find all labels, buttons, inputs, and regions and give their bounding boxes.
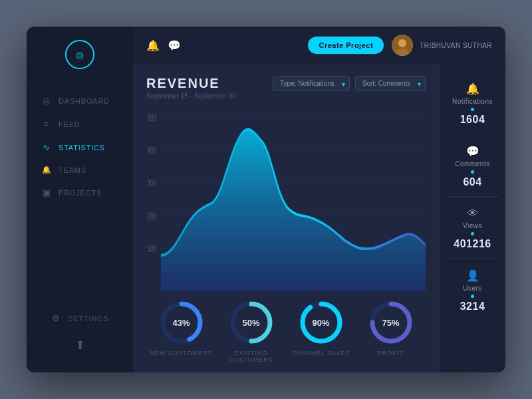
donut-new-customers: 43% [158, 299, 205, 346]
donut-label-existing-customers: 50% [242, 318, 259, 328]
donut-label-profit: 75% [382, 318, 399, 328]
topbar-icons: 🔔 💬 [146, 39, 300, 52]
stat-value-comments: 604 [463, 176, 481, 188]
donut-label-channel-sales: 90% [312, 318, 329, 328]
create-project-button[interactable]: Create Project [308, 37, 384, 54]
stat-icon-users: 👤 [466, 269, 479, 282]
svg-text:200: 200 [148, 211, 156, 221]
sidebar: ⌾ ◎ Dashboard ≡ Feed ∿ Statistics 🔔 Team… [27, 27, 133, 372]
stat-dot-comments [471, 170, 474, 174]
sidebar-item-projects[interactable]: ▣ Projects [27, 181, 133, 204]
chart-section: REVENUE September 15 - September 30 Type… [133, 64, 439, 372]
chart-title: REVENUE [146, 76, 236, 91]
stat-value-notifications: 1604 [460, 114, 485, 126]
chart-wrapper: 500 400 300 200 100 [146, 106, 426, 291]
feed-icon: ≡ [41, 119, 52, 129]
stat-dot-views [471, 232, 474, 235]
dashboard-icon: ◎ [41, 96, 52, 106]
app-container: ⌾ ◎ Dashboard ≡ Feed ∿ Statistics 🔔 Team… [27, 27, 505, 372]
stat-label-comments: Comments [455, 160, 489, 168]
stat-icon-comments: 💬 [466, 145, 479, 158]
user-avatar [392, 35, 413, 56]
share-button[interactable]: ⬆ [75, 338, 85, 352]
metric-name-existing-customers: EXISTING CUSTOMERS [216, 350, 286, 363]
revenue-chart: 500 400 300 200 100 [146, 106, 426, 291]
type-filter-button[interactable]: Type: Notifications [273, 76, 350, 91]
stat-block-views: 👁 Views 401216 [445, 200, 500, 259]
metric-channel-sales: 90% CHANNEL SALES [286, 299, 356, 363]
svg-point-1 [398, 39, 406, 47]
sort-filter-button[interactable]: Sort: Comments [355, 76, 426, 91]
donut-label-new-customers: 43% [172, 318, 190, 328]
user-name-label: TRIBHUVAN SUTHAR [420, 42, 492, 49]
projects-icon: ▣ [41, 188, 52, 198]
settings-icon: ⚙ [51, 313, 61, 323]
stat-label-notifications: Notifications [452, 98, 493, 105]
user-info: TRIBHUVAN SUTHAR [392, 35, 492, 56]
metric-name-channel-sales: CHANNEL SALES [292, 350, 350, 356]
stat-label-views: Views [463, 222, 482, 229]
stat-dot-users [471, 295, 474, 298]
sidebar-item-teams[interactable]: 🔔 Teams [27, 159, 133, 181]
svg-text:300: 300 [148, 178, 156, 188]
donut-profit: 75% [368, 299, 414, 346]
svg-text:500: 500 [148, 112, 156, 122]
teams-icon: 🔔 [41, 166, 52, 174]
chart-header: REVENUE September 15 - September 30 Type… [146, 76, 426, 100]
stat-icon-notifications: 🔔 [466, 82, 479, 95]
metric-name-new-customers: NEW CUSTOMERS [150, 350, 213, 356]
metrics-row: 43% NEW CUSTOMERS 50% EXISTING CUSTOMERS… [146, 291, 426, 363]
content-area: REVENUE September 15 - September 30 Type… [133, 64, 505, 372]
stat-icon-views: 👁 [467, 207, 478, 219]
sidebar-nav: ◎ Dashboard ≡ Feed ∿ Statistics 🔔 Teams … [27, 89, 133, 308]
main-content: 🔔 💬 Create Project TRIBHUVAN SUTHAR [133, 27, 505, 372]
settings-item[interactable]: ⚙ Settings [36, 308, 123, 329]
chart-subtitle: September 15 - September 30 [146, 92, 236, 100]
stat-block-comments: 💬 Comments 604 [445, 137, 500, 197]
svg-text:400: 400 [148, 146, 156, 156]
stat-block-notifications: 🔔 Notifications 1604 [445, 74, 500, 134]
svg-text:100: 100 [148, 244, 156, 254]
sidebar-item-statistics[interactable]: ∿ Statistics [27, 136, 133, 159]
chat-icon[interactable]: 💬 [168, 39, 181, 52]
chart-title-block: REVENUE September 15 - September 30 [146, 76, 236, 100]
sidebar-item-feed[interactable]: ≡ Feed [27, 112, 133, 136]
bell-icon[interactable]: 🔔 [146, 39, 160, 52]
donut-channel-sales: 90% [298, 299, 344, 346]
stat-block-users: 👤 Users 3214 [445, 261, 500, 321]
topbar: 🔔 💬 Create Project TRIBHUVAN SUTHAR [133, 27, 505, 64]
stat-value-users: 3214 [460, 301, 485, 313]
stat-label-users: Users [463, 285, 482, 292]
metric-new-customers: 43% NEW CUSTOMERS [146, 299, 216, 363]
sidebar-bottom: ⚙ Settings ⬆ [36, 308, 123, 359]
metric-existing-customers: 50% EXISTING CUSTOMERS [216, 299, 286, 363]
right-panel: 🔔 Notifications 1604 💬 Comments 604 👁 Vi… [439, 64, 505, 372]
chart-filters: Type: Notifications Sort: Comments [273, 76, 426, 91]
donut-existing-customers: 50% [228, 299, 275, 346]
stat-dot-notifications [471, 108, 474, 111]
statistics-icon: ∿ [41, 142, 52, 152]
sidebar-item-dashboard[interactable]: ◎ Dashboard [27, 89, 133, 112]
sidebar-logo: ⌾ [65, 40, 94, 69]
stat-value-views: 401216 [454, 238, 491, 250]
metric-name-profit: PROFIT [378, 350, 404, 356]
metric-profit: 75% PROFIT [356, 299, 426, 363]
